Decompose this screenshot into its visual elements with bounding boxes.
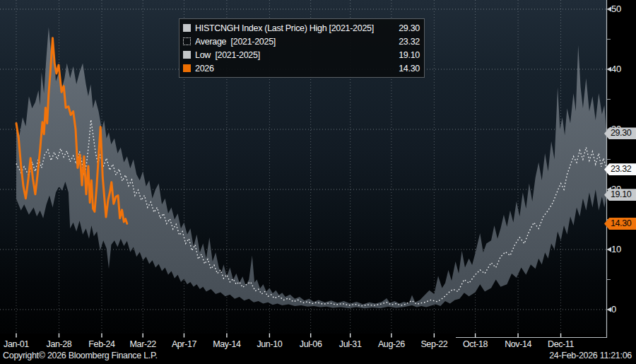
bloomberg-seasonal-chart-window: 01020304050 29.3023.3219.1014.30 Jan-01J… [0,0,636,364]
x-axis-label: Feb-24 [81,339,123,349]
legend-row-high[interactable]: HISTCNGH Index (Last Price) High [2021-2… [183,21,420,35]
price-tag-23.32: 23.32 [604,163,636,175]
low-band-swatch-icon [183,51,191,59]
legend-row-low[interactable]: Low [2021-2025] 19.10 [183,48,420,61]
y-axis-label: 0 [611,304,634,315]
price-tag-14.30: 14.30 [604,218,636,230]
x-axis-label: Jul-06 [290,339,332,349]
series-2026-swatch-icon [183,64,191,72]
legend-label-2026: 2026 [195,64,399,74]
price-tag-29.30: 29.30 [604,127,636,139]
x-axis-label: May-14 [206,339,248,349]
legend-value-average: 23.32 [399,37,420,47]
legend-value-high: 29.30 [399,23,420,33]
x-axis-label: Jun-10 [248,339,290,349]
average-dotted-swatch-icon [183,37,191,45]
legend-label-low: Low [2021-2025] [195,50,399,60]
high-band-swatch-icon [183,24,191,32]
x-axis-label: Nov-14 [497,339,539,349]
legend-label-high: HISTCNGH Index (Last Price) High [2021-2… [195,23,399,33]
x-axis-label: Apr-17 [163,339,205,349]
x-axis-label: Jul-31 [329,339,372,349]
y-axis-label: 10 [611,244,634,254]
legend-value-2026: 14.30 [399,64,420,74]
legend-row-average[interactable]: Average [2021-2025] 23.32 [183,35,420,48]
x-axis-label: Jan-01 [0,339,37,349]
legend-label-average: Average [2021-2025] [195,37,399,47]
y-axis-label: 40 [611,64,634,74]
x-axis-label: Aug-26 [370,339,413,349]
y-axis-label: 50 [611,4,634,14]
x-axis-label: Mar-22 [122,339,164,349]
price-tag-19.10: 19.10 [604,189,636,201]
x-axis-label: Oct-18 [454,339,497,349]
x-axis-label: Sep-22 [413,339,455,349]
timestamp-text: 24-Feb-2026 11:21:06 [549,351,632,360]
copyright-text: Copyright© 2026 Bloomberg Finance L.P. [3,351,158,360]
legend-value-low: 19.10 [399,50,420,60]
x-axis-label: Dec-11 [540,339,582,349]
x-axis-label: Jan-28 [37,339,80,349]
legend-box[interactable]: HISTCNGH Index (Last Price) High [2021-2… [179,18,425,78]
legend-row-2026[interactable]: 2026 14.30 [183,61,420,75]
